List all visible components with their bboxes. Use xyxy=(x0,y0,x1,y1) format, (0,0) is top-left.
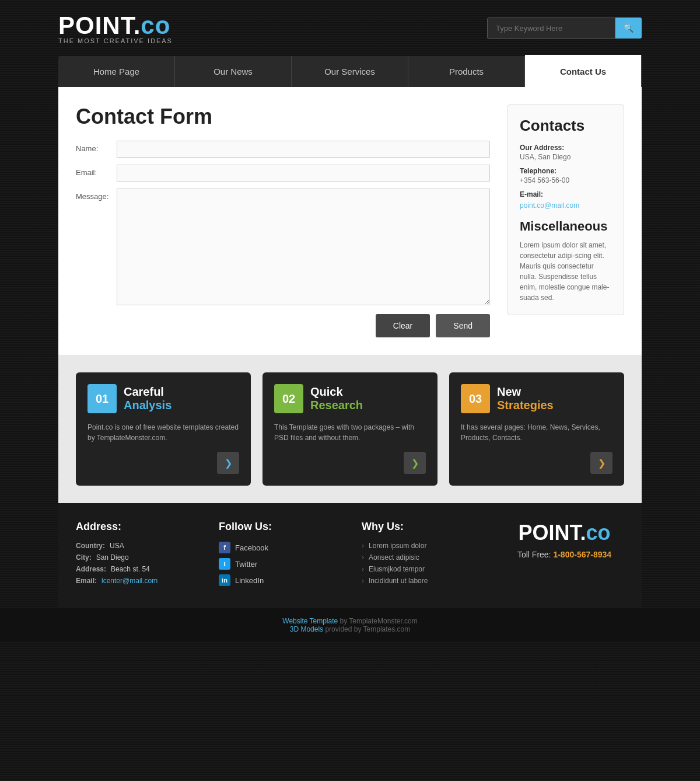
feature-titles-1: Careful Analysis xyxy=(124,385,172,412)
main-nav: Home Page Our News Our Services Products… xyxy=(58,56,642,87)
linkedin-label: LinkedIn xyxy=(235,576,264,585)
features-section: 01 Careful Analysis Point.co is one of f… xyxy=(58,355,642,503)
feature-card-2: 02 Quick Research This Template goes wit… xyxy=(262,372,438,486)
why-item-1: Lorem ipsum dolor xyxy=(362,542,481,550)
feature-title-sub-3: Strategies xyxy=(497,399,554,412)
feature-title-main-2: Quick xyxy=(310,385,363,399)
feature-card-1: 01 Careful Analysis Point.co is one of f… xyxy=(76,372,251,486)
email-label: Email: xyxy=(76,165,117,177)
footer-follow-section: Follow Us: f Facebook t Twitter in Linke… xyxy=(219,521,338,591)
feature-header-3: 03 New Strategies xyxy=(461,384,612,413)
name-label: Name: xyxy=(76,141,117,153)
email-input[interactable] xyxy=(117,165,490,182)
footer-country-value: USA xyxy=(110,542,124,550)
feature-text-2: This Template goes with two packages – w… xyxy=(274,422,426,443)
feature-title-sub-1: Analysis xyxy=(124,399,172,412)
footer-country-row: Country: USA xyxy=(76,542,195,550)
main-content: Contact Form Name: Email: Message: Clear… xyxy=(58,87,642,355)
message-textarea[interactable] xyxy=(117,189,490,305)
feature-arrow-2[interactable]: ❯ xyxy=(404,452,426,474)
address-value: USA, San Diego xyxy=(520,153,612,161)
footer-address-row: Address: Beach st. 54 xyxy=(76,565,195,573)
email-row: Email: xyxy=(76,165,490,182)
nav-home[interactable]: Home Page xyxy=(58,56,175,87)
feature-text-3: It has several pages: Home, News, Servic… xyxy=(461,422,612,443)
social-twitter[interactable]: t Twitter xyxy=(219,558,338,570)
clear-button[interactable]: Clear xyxy=(376,314,430,337)
nav-products[interactable]: Products xyxy=(408,56,525,87)
feature-footer-2: ❯ xyxy=(274,452,426,474)
feature-header-2: 02 Quick Research xyxy=(274,384,426,413)
bottom-text: Website Template by TemplateMonster.com xyxy=(9,617,691,625)
misc-text: Lorem ipsum dolor sit amet, consectetur … xyxy=(520,240,612,303)
bottom-bar: Website Template by TemplateMonster.com … xyxy=(0,608,700,642)
nav-contact[interactable]: Contact Us xyxy=(525,55,642,87)
toll-number: 1-800-567-8934 xyxy=(553,550,611,559)
footer-email-row: Email: lcenter@mail.com xyxy=(76,577,195,585)
feature-titles-2: Quick Research xyxy=(310,385,363,412)
feature-title-sub-2: Research xyxy=(310,399,363,412)
footer-country-label: Country: xyxy=(76,542,105,550)
linkedin-icon: in xyxy=(219,574,230,586)
footer-address-heading: Address: xyxy=(76,521,195,533)
website-template-link[interactable]: Website Template xyxy=(282,617,338,625)
bottom-text-2: 3D Models provided by Templates.com xyxy=(9,625,691,633)
footer-addr-value: Beach st. 54 xyxy=(111,565,150,573)
contacts-title: Contacts xyxy=(520,117,612,135)
feature-footer-1: ❯ xyxy=(88,452,239,474)
contacts-sidebar: Contacts Our Address: USA, San Diego Tel… xyxy=(508,104,624,315)
form-buttons: Clear Send xyxy=(76,314,490,337)
logo-tagline: THE MOST CREATIVE IDEAS xyxy=(58,37,173,44)
message-row: Message: xyxy=(76,189,490,305)
footer-address-section: Address: Country: USA City: San Diego Ad… xyxy=(76,521,195,591)
twitter-icon: t xyxy=(219,558,230,570)
feature-number-3: 03 xyxy=(461,384,490,413)
toll-free: Toll Free: 1-800-567-8934 xyxy=(505,550,624,559)
feature-title-main-3: New xyxy=(497,385,554,399)
feature-arrow-1[interactable]: ❯ xyxy=(217,452,239,474)
name-input[interactable] xyxy=(117,141,490,158)
footer-follow-heading: Follow Us: xyxy=(219,521,338,533)
footer-logo-section: POINT.co Toll Free: 1-800-567-8934 xyxy=(505,521,624,591)
feature-header-1: 01 Careful Analysis xyxy=(88,384,239,413)
email-info-label: E-mail: xyxy=(520,190,612,198)
message-label: Message: xyxy=(76,189,117,201)
contact-form-title: Contact Form xyxy=(76,104,490,129)
3d-models-link[interactable]: 3D Models xyxy=(290,625,323,633)
feature-arrow-3[interactable]: ❯ xyxy=(590,452,612,474)
feature-footer-3: ❯ xyxy=(461,452,612,474)
footer-city-label: City: xyxy=(76,553,92,562)
why-item-3: Eiusmjkod tempor xyxy=(362,565,481,573)
feature-card-3: 03 New Strategies It has several pages: … xyxy=(449,372,624,486)
name-row: Name: xyxy=(76,141,490,158)
footer: Address: Country: USA City: San Diego Ad… xyxy=(58,503,642,608)
nav-news[interactable]: Our News xyxy=(175,56,292,87)
header: POINT.co THE MOST CREATIVE IDEAS 🔍 xyxy=(0,0,700,56)
feature-title-main-1: Careful xyxy=(124,385,172,399)
twitter-label: Twitter xyxy=(235,560,257,569)
social-linkedin[interactable]: in LinkedIn xyxy=(219,574,338,586)
footer-email-link[interactable]: lcenter@mail.com xyxy=(102,577,158,585)
footer-city-value: San Diego xyxy=(96,553,129,562)
feature-number-1: 01 xyxy=(88,384,117,413)
search-button[interactable]: 🔍 xyxy=(615,18,642,39)
send-button[interactable]: Send xyxy=(436,314,490,337)
nav-services[interactable]: Our Services xyxy=(292,56,408,87)
why-item-2: Aonsect adipisic xyxy=(362,553,481,562)
email-link[interactable]: point.co@mail.com xyxy=(520,201,579,210)
search-bar: 🔍 xyxy=(487,18,642,39)
footer-why-heading: Why Us: xyxy=(362,521,481,533)
why-item-4: Incididunt ut labore xyxy=(362,577,481,585)
footer-logo: POINT.co xyxy=(505,521,624,545)
logo-text: POINT.co xyxy=(58,12,173,40)
misc-title: Miscellaneous xyxy=(520,219,612,234)
feature-number-2: 02 xyxy=(274,384,303,413)
feature-text-1: Point.co is one of free website template… xyxy=(88,422,239,443)
facebook-label: Facebook xyxy=(235,543,268,552)
social-facebook[interactable]: f Facebook xyxy=(219,542,338,553)
search-input[interactable] xyxy=(487,18,615,39)
phone-label: Telephone: xyxy=(520,167,612,175)
footer-why-section: Why Us: Lorem ipsum dolor Aonsect adipis… xyxy=(362,521,481,591)
logo: POINT.co THE MOST CREATIVE IDEAS xyxy=(58,12,173,44)
footer-email-label: Email: xyxy=(76,577,97,585)
